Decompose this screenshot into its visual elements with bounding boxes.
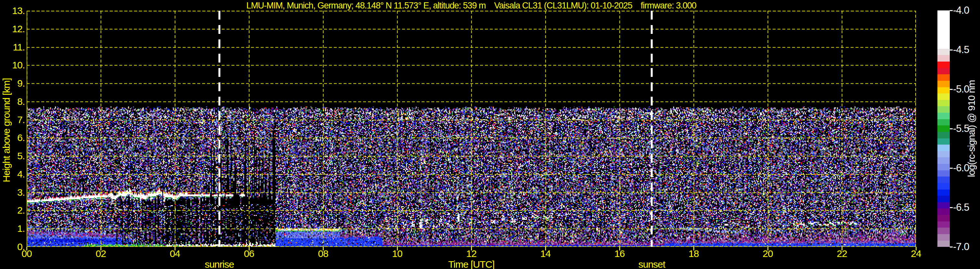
colorbar-band xyxy=(937,62,950,68)
colorbar-band xyxy=(937,119,950,126)
colorbar-band xyxy=(937,10,950,17)
y-tick-label: 13. xyxy=(8,6,25,16)
x-axis-label: Time [UTC] xyxy=(27,259,916,269)
y-tick-label: 7. xyxy=(8,115,25,125)
x-tick-label: 06 xyxy=(239,248,259,259)
colorbar-band xyxy=(937,234,950,241)
y-tick-label: 3. xyxy=(8,187,25,198)
colorbar-band xyxy=(937,241,950,247)
colorbar-band xyxy=(937,55,950,62)
colorbar-band xyxy=(937,106,950,113)
colorbar-band xyxy=(937,176,950,183)
colorbar-band xyxy=(937,68,950,75)
colorbar-band xyxy=(937,125,950,132)
x-tick-label: 08 xyxy=(313,248,333,259)
x-tick-label: 18 xyxy=(684,248,703,259)
colorbar-band xyxy=(937,23,950,30)
colorbar-band xyxy=(937,138,950,145)
colorbar-band xyxy=(937,100,950,106)
colorbar-tick-mark xyxy=(950,89,953,90)
colorbar-band xyxy=(937,208,950,215)
colorbar-tick-mark xyxy=(950,247,953,248)
ceilometer-quicklook: LMU-MIM, Munich, Germany; 48.148° N 11.5… xyxy=(0,0,980,269)
colorbar-band xyxy=(937,17,950,24)
colorbar-band xyxy=(937,183,950,189)
colorbar-tick-mark xyxy=(950,128,953,129)
page-title: LMU-MIM, Munich, Germany; 48.148° N 11.5… xyxy=(27,1,916,11)
colorbar-band xyxy=(937,30,950,36)
colorbar-label: log(rc-signal) @ 910 nm xyxy=(966,10,978,247)
y-tick-label: 9. xyxy=(8,78,25,88)
sunset-annotation: sunset xyxy=(613,259,691,269)
colorbar-tick-mark xyxy=(950,10,953,11)
colorbar-band xyxy=(937,157,950,164)
colorbar-band xyxy=(937,164,950,170)
colorbar-band xyxy=(937,202,950,209)
y-tick-label: 1. xyxy=(8,223,25,234)
colorbar-band xyxy=(937,170,950,177)
colorbar-band xyxy=(937,189,950,196)
x-tick-label: 04 xyxy=(165,248,185,259)
y-tick-label: 6. xyxy=(8,133,25,143)
colorbar xyxy=(937,10,950,247)
colorbar-tick-mark xyxy=(950,168,953,169)
x-tick-label: 10 xyxy=(387,248,407,259)
y-tick-label: 8. xyxy=(8,96,25,107)
colorbar-band xyxy=(937,42,950,49)
x-tick-label: 12 xyxy=(461,248,481,259)
colorbar-band xyxy=(937,215,950,221)
colorbar-band xyxy=(937,144,950,151)
colorbar-tick-mark xyxy=(950,207,953,208)
x-tick-label: 16 xyxy=(610,248,629,259)
colorbar-band xyxy=(937,49,950,55)
x-tick-label: 00 xyxy=(17,248,37,259)
y-tick-label: 10. xyxy=(8,60,25,70)
colorbar-band xyxy=(937,151,950,158)
y-tick-label: 5. xyxy=(8,151,25,161)
colorbar-band xyxy=(937,93,950,100)
y-tick-label: 4. xyxy=(8,169,25,179)
x-tick-label: 14 xyxy=(536,248,555,259)
colorbar-band xyxy=(937,221,950,228)
colorbar-band xyxy=(937,113,950,119)
colorbar-band xyxy=(937,81,950,87)
colorbar-band xyxy=(937,87,950,94)
colorbar-band xyxy=(937,227,950,234)
x-tick-label: 02 xyxy=(91,248,110,259)
colorbar-band xyxy=(937,132,950,138)
colorbar-band xyxy=(937,36,950,43)
colorbar-tick-mark xyxy=(950,50,953,50)
x-tick-label: 24 xyxy=(906,248,926,259)
y-tick-label: 2. xyxy=(8,205,25,216)
colorbar-band xyxy=(937,74,950,81)
x-tick-label: 22 xyxy=(832,248,852,259)
y-tick-label: 12. xyxy=(8,24,25,34)
colorbar-band xyxy=(937,196,950,202)
x-tick-label: 20 xyxy=(758,248,778,259)
sunrise-annotation: sunrise xyxy=(180,259,258,269)
ceilometer-heatmap-canvas xyxy=(27,11,916,247)
y-tick-label: 11. xyxy=(8,42,25,53)
